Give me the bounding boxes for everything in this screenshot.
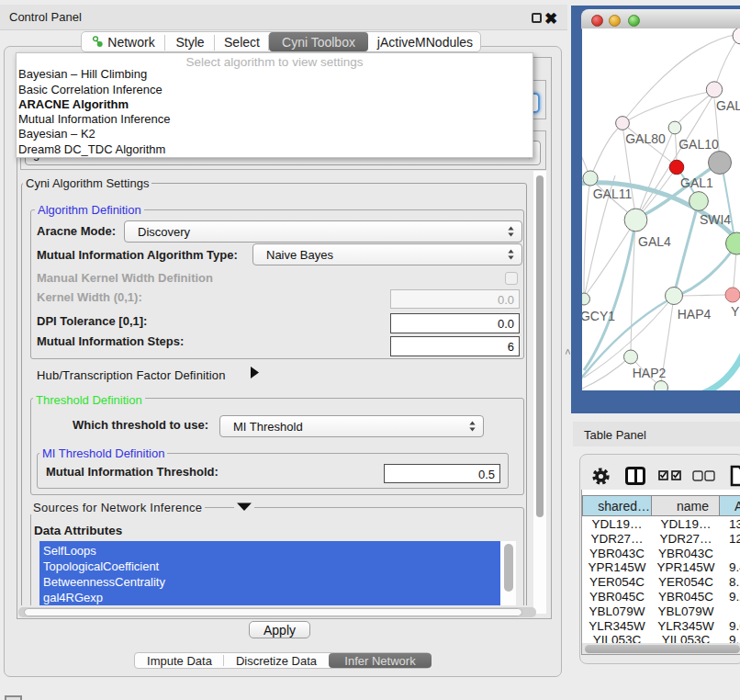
svg-text:GAL2: GAL2 [716, 98, 740, 113]
svg-text:GCY1: GCY1 [582, 309, 615, 323]
svg-text:GAL1: GAL1 [680, 175, 713, 190]
svg-text:GAL4: GAL4 [638, 234, 671, 249]
svg-text:GAL10: GAL10 [678, 137, 719, 152]
svg-text:HAP4: HAP4 [678, 307, 712, 322]
svg-text:HAP2: HAP2 [633, 366, 667, 380]
svg-text:GAL80: GAL80 [625, 131, 666, 146]
svg-text:Y: Y [731, 304, 740, 319]
svg-text:SWI4: SWI4 [700, 212, 731, 227]
svg-text:GAL11: GAL11 [593, 186, 633, 201]
